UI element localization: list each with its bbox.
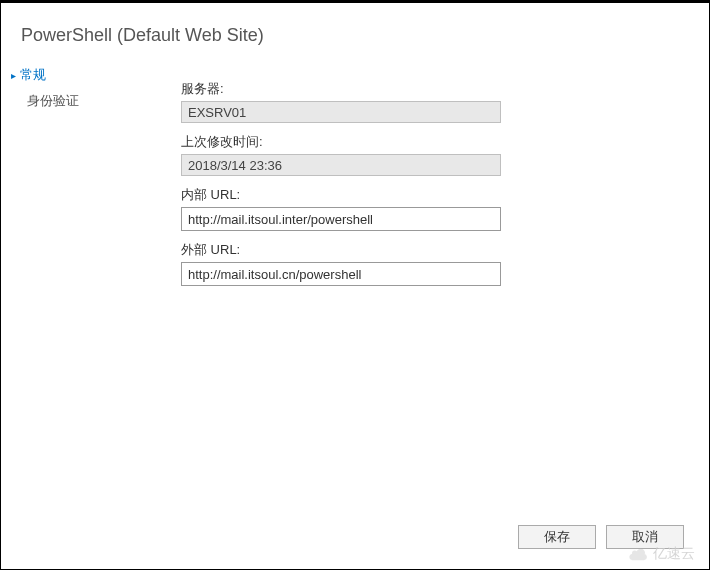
field-last-modified: 上次修改时间: 2018/3/14 23:36 (181, 133, 501, 176)
sidebar-item-label: 常规 (20, 66, 46, 84)
internal-url-input[interactable] (181, 207, 501, 231)
save-button[interactable]: 保存 (518, 525, 596, 549)
caret-right-icon: ▸ (11, 70, 16, 81)
page-title: PowerShell (Default Web Site) (1, 3, 709, 62)
sidebar-item-authentication[interactable]: 身份验证 (11, 88, 181, 114)
server-label: 服务器: (181, 80, 501, 98)
sidebar-item-general[interactable]: ▸ 常规 (11, 62, 181, 88)
last-modified-value: 2018/3/14 23:36 (181, 154, 501, 176)
sidebar: ▸ 常规 身份验证 (1, 62, 181, 296)
cancel-button[interactable]: 取消 (606, 525, 684, 549)
external-url-input[interactable] (181, 262, 501, 286)
external-url-label: 外部 URL: (181, 241, 501, 259)
button-bar: 保存 取消 (518, 525, 684, 549)
cloud-icon (628, 547, 650, 561)
server-value: EXSRV01 (181, 101, 501, 123)
sidebar-item-label: 身份验证 (27, 92, 79, 110)
internal-url-label: 内部 URL: (181, 186, 501, 204)
field-server: 服务器: EXSRV01 (181, 80, 501, 123)
last-modified-label: 上次修改时间: (181, 133, 501, 151)
field-internal-url: 内部 URL: (181, 186, 501, 231)
main-panel: 服务器: EXSRV01 上次修改时间: 2018/3/14 23:36 内部 … (181, 62, 709, 296)
field-external-url: 外部 URL: (181, 241, 501, 286)
content-area: ▸ 常规 身份验证 服务器: EXSRV01 上次修改时间: 2018/3/14… (1, 62, 709, 296)
